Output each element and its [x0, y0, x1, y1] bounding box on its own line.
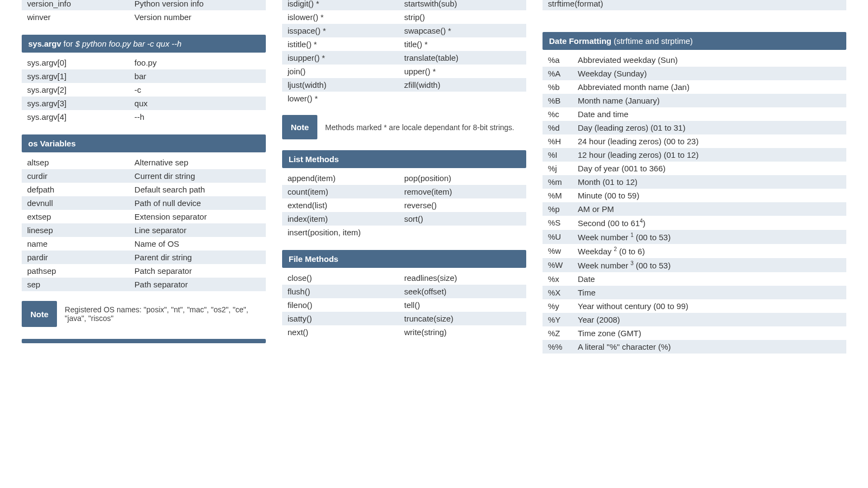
cell-val: Month name (January): [578, 96, 841, 105]
cell-val: --h: [135, 112, 260, 121]
cell-key: %d: [548, 123, 578, 132]
table-row: winver Version number: [22, 10, 266, 24]
cell-val: seek(offset): [404, 287, 521, 296]
cell-val: Time zone (GMT): [578, 329, 841, 338]
table-row: count(item)remove(item): [282, 185, 526, 198]
os-var-header: os Variables: [22, 134, 266, 152]
cell-key: fileno(): [288, 300, 404, 310]
cell-val: Minute (00 to 59): [578, 191, 841, 200]
table-row: isupper() *translate(table): [282, 51, 526, 65]
table-row: %dDay (leading zeros) (01 to 31): [542, 121, 846, 134]
cell-key: version_info: [27, 0, 135, 8]
cell-val: Line separator: [135, 226, 260, 235]
column-3: strftime(format) Date Formatting (strfti…: [542, 0, 846, 354]
cell-key: sys.argv[0]: [27, 58, 135, 67]
file-methods-header: File Methods: [282, 250, 526, 268]
cell-val: startswith(sub): [404, 0, 521, 8]
cell-val: readlines(size): [404, 273, 521, 282]
table-row: %yYear without century (00 to 99): [542, 299, 846, 313]
table-row: %wWeekday 2 (0 to 6): [542, 244, 846, 258]
table-row: flush()seek(offset): [282, 285, 526, 298]
header-cmd: $ python foo.py bar -c qux --h: [75, 39, 182, 48]
sys-argv-header: sys.argv for $ python foo.py bar -c qux …: [22, 35, 266, 53]
cell-key: count(item): [288, 187, 404, 196]
cell-key: extsep: [27, 212, 135, 221]
header-bold: Date Formatting: [549, 36, 611, 46]
cell-val: title() *: [404, 40, 521, 49]
cell-key: next(): [288, 328, 404, 337]
cell-val: Path of null device: [135, 198, 260, 208]
cell-val: Time: [578, 288, 841, 297]
cell-val: sort(): [404, 214, 521, 223]
cell-key: curdir: [27, 171, 135, 181]
table-row: append(item)pop(position): [282, 171, 526, 185]
cell-val: pop(position): [404, 174, 521, 183]
cell-key: %A: [548, 69, 578, 78]
header-for: for: [61, 39, 75, 48]
cell-key: pathsep: [27, 266, 135, 275]
table-row: pardirParent dir string: [22, 251, 266, 264]
cell-key: append(item): [288, 174, 404, 183]
table-row: curdirCurrent dir string: [22, 169, 266, 183]
table-row: strftime(format): [542, 0, 846, 10]
table-row: sys.argv[4]--h: [22, 110, 266, 124]
cell-val: 12 hour (leading zeros) (01 to 12): [578, 150, 841, 159]
table-row: pathsepPatch separator: [22, 264, 266, 278]
header-sub: (strftime and strptime): [611, 36, 693, 46]
table-row: %%A literal "%" character (%): [542, 340, 846, 354]
table-row: sys.argv[3]qux: [22, 97, 266, 110]
cell-val: Day of year (001 to 366): [578, 164, 841, 173]
cell-val: Date and time: [578, 110, 841, 119]
cell-key: %U: [548, 232, 578, 242]
date-fmt-header: Date Formatting (strftime and strptime): [542, 32, 846, 50]
string-note: Note Methods marked * are locale dependa…: [282, 115, 526, 139]
table-row: extend(list)reverse(): [282, 198, 526, 212]
cell-val: Patch separator: [135, 266, 260, 275]
cell-val: -c: [135, 85, 260, 94]
list-methods-table: append(item)pop(position)count(item)remo…: [282, 171, 526, 239]
cell-key: %y: [548, 301, 578, 311]
cell-val: Default search path: [135, 185, 260, 194]
cell-key: %b: [548, 82, 578, 92]
header-bold: sys.argv: [28, 39, 61, 48]
table-row: lower() *: [282, 92, 526, 105]
cell-key: istitle() *: [288, 40, 404, 49]
table-row: extsepExtension separator: [22, 210, 266, 223]
table-row: %MMinute (00 to 59): [542, 189, 846, 202]
cell-key: linesep: [27, 226, 135, 235]
date-fmt-table: %aAbbreviated weekday (Sun)%AWeekday (Su…: [542, 53, 846, 354]
table-row: islower() *strip(): [282, 10, 526, 24]
table-row: version_info Python version info: [22, 0, 266, 10]
cell-val: Abbreviated weekday (Sun): [578, 55, 841, 65]
note-body: Registered OS names: "posix", "nt", "mac…: [57, 301, 266, 327]
cell-key: %M: [548, 191, 578, 200]
cell-key: %p: [548, 204, 578, 214]
cell-key: isatty(): [288, 314, 404, 323]
cell-val: [404, 228, 521, 237]
cell-val: Weekday 2 (0 to 6): [578, 246, 841, 256]
table-row: %jDay of year (001 to 366): [542, 162, 846, 175]
table-row: sys.argv[2]-c: [22, 83, 266, 97]
cell-val: Parent dir string: [135, 253, 260, 262]
cell-val: zfill(width): [404, 80, 521, 89]
cell-key: islower() *: [288, 12, 404, 22]
table-row: sys.argv[0]foo.py: [22, 56, 266, 69]
table-row: isspace() *swapcase() *: [282, 24, 526, 37]
table-row: index(item)sort(): [282, 212, 526, 226]
cell-val: truncate(size): [404, 314, 521, 323]
cell-val: write(string): [404, 328, 521, 337]
cell-val: AM or PM: [578, 204, 841, 214]
table-row: devnullPath of null device: [22, 196, 266, 210]
cell-key: isupper() *: [288, 53, 404, 62]
cell-val: Name of OS: [135, 239, 260, 248]
table-row: %AWeekday (Sunday): [542, 67, 846, 80]
table-row: fileno()tell(): [282, 298, 526, 312]
cell-val: translate(table): [404, 53, 521, 62]
table-row: %mMonth (01 to 12): [542, 175, 846, 189]
cell-val: remove(item): [404, 187, 521, 196]
cell-val: [404, 94, 521, 103]
table-row: ljust(width)zfill(width): [282, 78, 526, 92]
cell-key: %m: [548, 177, 578, 187]
table-row: sys.argv[1]bar: [22, 69, 266, 83]
cell-key: %j: [548, 164, 578, 173]
